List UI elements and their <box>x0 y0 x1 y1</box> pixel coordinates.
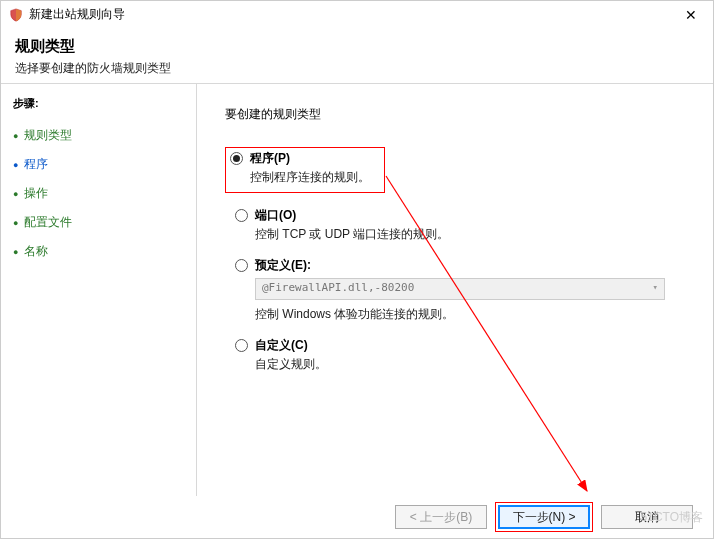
question-label: 要创建的规则类型 <box>225 106 685 123</box>
window-title: 新建出站规则向导 <box>29 6 125 23</box>
option-title: 端口(O) <box>255 207 296 224</box>
wizard-window: 新建出站规则向导 ✕ 规则类型 选择要创建的防火墙规则类型 步骤: ●规则类型 … <box>0 0 714 539</box>
page-subtitle: 选择要创建的防火墙规则类型 <box>15 60 699 77</box>
option-desc: 控制 Windows 体验功能连接的规则。 <box>255 304 685 323</box>
sidebar-item-name[interactable]: ●名称 <box>13 237 184 266</box>
bullet-icon: ● <box>13 218 18 228</box>
combo-value: @FirewallAPI.dll,-80200 <box>262 281 414 294</box>
radio-icon <box>235 339 248 352</box>
sidebar-item-label: 规则类型 <box>24 127 72 144</box>
shield-icon <box>9 8 23 22</box>
bullet-icon: ● <box>13 189 18 199</box>
radio-port[interactable]: 端口(O) <box>235 207 685 224</box>
chevron-down-icon: ▾ <box>653 282 658 292</box>
sidebar-item-rule-type[interactable]: ●规则类型 <box>13 121 184 150</box>
radio-program[interactable]: 程序(P) <box>230 150 378 167</box>
sidebar-item-label: 名称 <box>24 243 48 260</box>
sidebar: 步骤: ●规则类型 ●程序 ●操作 ●配置文件 ●名称 <box>1 84 197 499</box>
sidebar-item-action[interactable]: ●操作 <box>13 179 184 208</box>
radio-custom[interactable]: 自定义(C) <box>235 337 685 354</box>
bullet-icon: ● <box>13 160 18 170</box>
radio-predefined[interactable]: 预定义(E): <box>235 257 685 274</box>
sidebar-item-label: 配置文件 <box>24 214 72 231</box>
option-desc: 控制程序连接的规则。 <box>250 167 378 186</box>
page-title: 规则类型 <box>15 37 699 56</box>
radio-icon <box>235 209 248 222</box>
next-button[interactable]: 下一步(N) > <box>498 505 590 529</box>
back-button[interactable]: < 上一步(B) <box>395 505 487 529</box>
annotation-highlight-next: 下一步(N) > <box>495 502 593 532</box>
annotation-highlight: 程序(P) 控制程序连接的规则。 <box>225 147 385 193</box>
option-desc: 自定义规则。 <box>255 354 685 373</box>
sidebar-item-program[interactable]: ●程序 <box>13 150 184 179</box>
body: 步骤: ●规则类型 ●程序 ●操作 ●配置文件 ●名称 要创建的规则类型 程序(… <box>1 84 713 499</box>
option-title: 预定义(E): <box>255 257 311 274</box>
steps-label: 步骤: <box>13 96 184 111</box>
sidebar-item-label: 程序 <box>24 156 48 173</box>
bullet-icon: ● <box>13 247 18 257</box>
radio-icon <box>235 259 248 272</box>
radio-icon <box>230 152 243 165</box>
cancel-button[interactable]: 取消 <box>601 505 693 529</box>
sidebar-item-profile[interactable]: ●配置文件 <box>13 208 184 237</box>
close-button[interactable]: ✕ <box>677 7 705 23</box>
predefined-combo: @FirewallAPI.dll,-80200 ▾ <box>255 278 665 300</box>
bullet-icon: ● <box>13 131 18 141</box>
option-title: 程序(P) <box>250 150 290 167</box>
footer: < 上一步(B) 下一步(N) > 取消 <box>1 496 713 538</box>
option-title: 自定义(C) <box>255 337 308 354</box>
header: 规则类型 选择要创建的防火墙规则类型 <box>1 29 713 84</box>
titlebar: 新建出站规则向导 ✕ <box>1 1 713 29</box>
content: 要创建的规则类型 程序(P) 控制程序连接的规则。 端口(O) 控制 TCP 或… <box>197 84 713 499</box>
sidebar-item-label: 操作 <box>24 185 48 202</box>
option-desc: 控制 TCP 或 UDP 端口连接的规则。 <box>255 224 685 243</box>
